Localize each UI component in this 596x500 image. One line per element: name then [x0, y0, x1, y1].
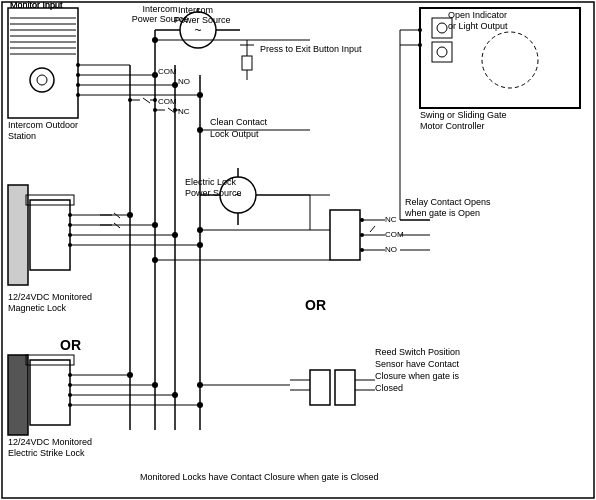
svg-point-109 — [68, 383, 72, 387]
svg-point-119 — [172, 392, 178, 398]
svg-point-56 — [173, 108, 177, 112]
electric-lock-label: Electric Lock — [185, 177, 237, 187]
or-label-top: OR — [60, 337, 81, 353]
intercom-ps-label2: Power Source — [174, 15, 231, 25]
svg-point-84 — [68, 213, 72, 217]
electric-strike-label: 12/24VDC Monitored — [8, 437, 92, 447]
reed-switch-label3: Closure when gate is — [375, 371, 460, 381]
svg-point-139 — [418, 43, 422, 47]
relay-contact-label2: when gate is Open — [404, 208, 480, 218]
svg-text:NO: NO — [178, 77, 190, 86]
svg-point-145 — [152, 257, 158, 263]
reed-switch-label: Reed Switch Position — [375, 347, 460, 357]
svg-point-18 — [76, 83, 80, 87]
svg-rect-80 — [8, 185, 28, 285]
clean-contact-label2: Lock Output — [210, 129, 259, 139]
svg-point-117 — [152, 382, 158, 388]
svg-point-71 — [360, 218, 364, 222]
svg-text:NC: NC — [385, 215, 397, 224]
svg-point-113 — [68, 403, 72, 407]
open-indicator-label2: or Light Output — [448, 21, 508, 31]
electric-lock-label2: Power Source — [185, 188, 242, 198]
svg-point-115 — [127, 372, 133, 378]
open-indicator-label: Open Indicator — [448, 10, 507, 20]
svg-point-107 — [68, 373, 72, 377]
swing-gate-label: Swing or Sliding Gate — [420, 110, 507, 120]
svg-text:COM: COM — [158, 97, 177, 106]
svg-point-20 — [76, 93, 80, 97]
svg-point-94 — [152, 222, 158, 228]
clean-contact-label: Clean Contact — [210, 117, 268, 127]
reed-switch-label4: Closed — [375, 383, 403, 393]
svg-point-88 — [68, 233, 72, 237]
svg-point-121 — [197, 402, 203, 408]
svg-point-98 — [197, 242, 203, 248]
svg-text:COM: COM — [158, 67, 177, 76]
svg-point-111 — [68, 393, 72, 397]
svg-point-58 — [197, 127, 203, 133]
svg-point-51 — [153, 98, 157, 102]
svg-rect-103 — [8, 355, 28, 435]
svg-point-14 — [76, 63, 80, 67]
intercom-ps-label: Intercom — [178, 5, 213, 15]
magnetic-lock-label: 12/24VDC Monitored — [8, 292, 92, 302]
wiring-diagram: Monitor Input ~ CO — [0, 0, 596, 500]
or-label-middle: OR — [305, 297, 326, 313]
relay-contact-label: Relay Contact Opens — [405, 197, 491, 207]
svg-text:NO: NO — [385, 245, 397, 254]
monitor-input-label: Monitor Input — [10, 0, 63, 10]
svg-point-143 — [197, 227, 203, 233]
svg-point-73 — [360, 248, 364, 252]
svg-point-92 — [127, 212, 133, 218]
svg-point-16 — [76, 73, 80, 77]
svg-point-90 — [68, 243, 72, 247]
svg-point-148 — [152, 37, 158, 43]
svg-text:~: ~ — [194, 23, 201, 37]
svg-point-42 — [197, 92, 203, 98]
press-exit-label: Press to Exit Button Input — [260, 44, 362, 54]
svg-point-96 — [172, 232, 178, 238]
monitored-locks-label: Monitored Locks have Contact Closure whe… — [140, 472, 379, 482]
intercom-outdoor-label: Intercom Outdoor — [8, 120, 78, 130]
swing-gate-label2: Motor Controller — [420, 121, 485, 131]
reed-switch-label2: Sensor have Contact — [375, 359, 460, 369]
svg-text:NC: NC — [178, 107, 190, 116]
svg-point-72 — [360, 233, 364, 237]
intercom-power-label: Intercom — [142, 4, 177, 14]
svg-point-55 — [153, 108, 157, 112]
electric-strike-label2: Electric Strike Lock — [8, 448, 85, 458]
svg-point-129 — [197, 382, 203, 388]
intercom-outdoor-label2: Station — [8, 131, 36, 141]
svg-point-86 — [68, 223, 72, 227]
magnetic-lock-label2: Magnetic Lock — [8, 303, 67, 313]
svg-point-50 — [128, 98, 132, 102]
